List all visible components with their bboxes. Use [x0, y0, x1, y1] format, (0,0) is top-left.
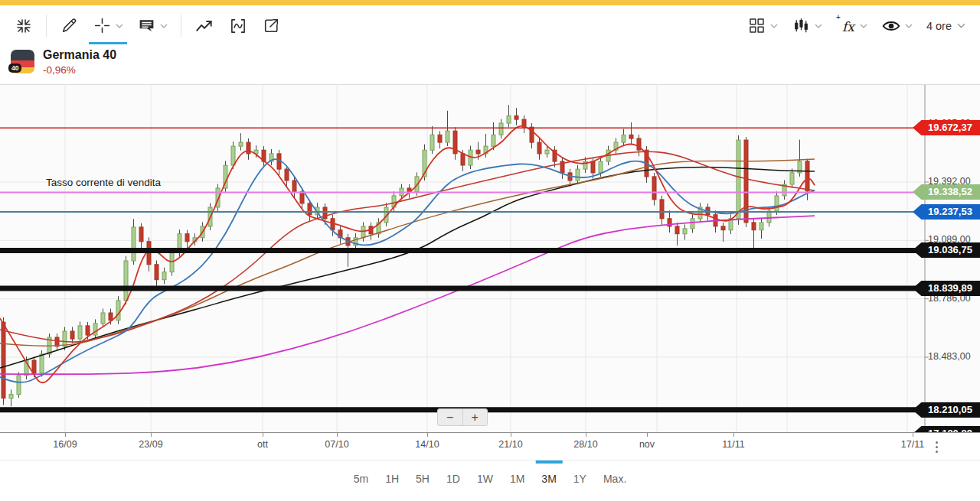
time-tick-label: 11/11 [722, 439, 744, 450]
period-tab-1d[interactable]: 1D [438, 460, 469, 496]
price-flag-1: 19.338,52 [913, 184, 980, 200]
period-tab-3m[interactable]: 3M [533, 460, 564, 496]
chevron-down-icon [116, 24, 123, 28]
time-tick-mark [733, 433, 734, 437]
moving-averages-layer [0, 126, 815, 383]
gridlines-layer [0, 85, 929, 433]
grid-layout-icon [747, 16, 766, 35]
share-export-icon [262, 16, 281, 35]
overflow-menu-button[interactable] [926, 437, 946, 457]
crosshair-icon [93, 16, 112, 35]
period-tab-5m[interactable]: 5m [345, 460, 377, 496]
time-tick-label: 21/10 [498, 439, 522, 450]
chevron-down-icon [905, 24, 913, 28]
time-tick-label: 28/10 [573, 439, 597, 450]
price-tick-label: 18.483,00 [928, 351, 971, 362]
timeframe-label: 4 ore [926, 20, 952, 32]
time-tick-mark [427, 433, 428, 437]
time-tick-mark [151, 433, 152, 437]
dot [936, 446, 938, 448]
toolbar-divider [46, 15, 47, 37]
period-tab-1w[interactable]: 1W [469, 460, 501, 496]
instrument-change: -0,96% [43, 64, 76, 76]
time-tick-mark [337, 433, 338, 437]
eye-icon [881, 16, 901, 36]
chart-canvas[interactable] [0, 85, 980, 433]
chart-toolbar: +fx 4 ore [0, 5, 980, 46]
time-tick-label: ott [257, 439, 268, 450]
period-tab-1m[interactable]: 1M [501, 460, 533, 496]
candles-layer [2, 105, 809, 406]
time-tick-mark [586, 433, 586, 437]
trend-arrow-icon [194, 16, 214, 36]
germany-flag-icon: 40 [11, 50, 34, 73]
zoom-controls: − + [437, 408, 488, 426]
price-flag-2: 19.237,53 [913, 204, 980, 220]
time-tick-label: 23/09 [139, 439, 162, 450]
time-tick-label: 16/09 [53, 439, 77, 450]
time-tick-label: 14/10 [415, 439, 439, 450]
time-axis: 16/0923/09ott07/1014/1021/1028/10nov11/1… [0, 432, 980, 460]
ma-red-fast [0, 126, 815, 383]
time-tick-mark [913, 433, 913, 437]
wave-brackets-icon [228, 16, 248, 36]
time-tick-label: 07/10 [325, 439, 348, 450]
period-tab-bar: 5m1H5H1D1W1M3M1YMax. [0, 460, 980, 501]
exit-fullscreen-icon [15, 17, 33, 35]
share-button[interactable] [255, 9, 288, 43]
leverage-badge: 40 [8, 63, 21, 73]
toolbar-divider [181, 15, 181, 37]
time-tick-mark [647, 433, 648, 437]
dot [936, 441, 938, 444]
instrument-header: 40 Germania 40 -0,96% [0, 46, 980, 84]
chart-area: Tasso corrente di vendita 19.695,0019.39… [0, 84, 980, 432]
ma-black [0, 168, 815, 369]
top-accent-bar [0, 0, 980, 5]
candlestick-icon [792, 16, 811, 35]
instrument-name: Germania 40 [43, 48, 116, 62]
sell-rate-annotation: Tasso corrente di vendita [46, 177, 161, 188]
exit-fullscreen-button[interactable] [8, 9, 40, 43]
speech-bubble-icon [137, 16, 156, 35]
price-flag-0: 19.672,37 [913, 120, 980, 135]
trend-line-button[interactable] [188, 9, 221, 43]
time-tick-mark [65, 433, 66, 437]
period-tab-1y[interactable]: 1Y [565, 460, 595, 496]
pencil-icon [60, 16, 79, 35]
chevron-down-icon [160, 24, 168, 28]
functions-fx-button[interactable]: +fx [829, 9, 874, 43]
price-flag-3: 19.036,75 [913, 242, 980, 258]
draw-button[interactable] [53, 9, 86, 43]
chevron-down-icon [860, 24, 867, 28]
crosshair-tool-button[interactable] [86, 9, 130, 43]
chevron-down-icon [815, 24, 822, 28]
time-tick-mark [263, 433, 263, 437]
dot [936, 451, 938, 453]
period-tab-5h[interactable]: 5H [407, 460, 438, 496]
chevron-down-icon [957, 23, 965, 28]
layout-grid-button[interactable] [740, 9, 785, 43]
time-tick-mark [511, 433, 511, 437]
chart-type-button[interactable] [785, 9, 829, 43]
timeframe-dropdown[interactable]: 4 ore [920, 9, 972, 43]
trading-app-window: +fx 4 ore 40 Germania 40 -0,96% [0, 0, 980, 501]
period-tab-1h[interactable]: 1H [377, 460, 407, 496]
chevron-down-icon [770, 24, 778, 28]
price-flag-4: 18.839,89 [913, 281, 980, 296]
zoom-in-button[interactable]: + [463, 409, 488, 425]
period-tab-max[interactable]: Max. [595, 460, 635, 496]
price-flag-5: 18.210,05 [913, 402, 980, 418]
time-tick-label: 17/11 [901, 439, 924, 450]
time-tick-label: nov [639, 439, 655, 450]
annotation-button[interactable] [130, 9, 175, 43]
visibility-button[interactable] [874, 9, 920, 43]
indicator-wave-button[interactable] [221, 9, 255, 43]
zoom-out-button[interactable]: − [438, 409, 462, 425]
ma-magenta-slow [0, 216, 815, 374]
fx-icon: +fx [836, 18, 856, 34]
